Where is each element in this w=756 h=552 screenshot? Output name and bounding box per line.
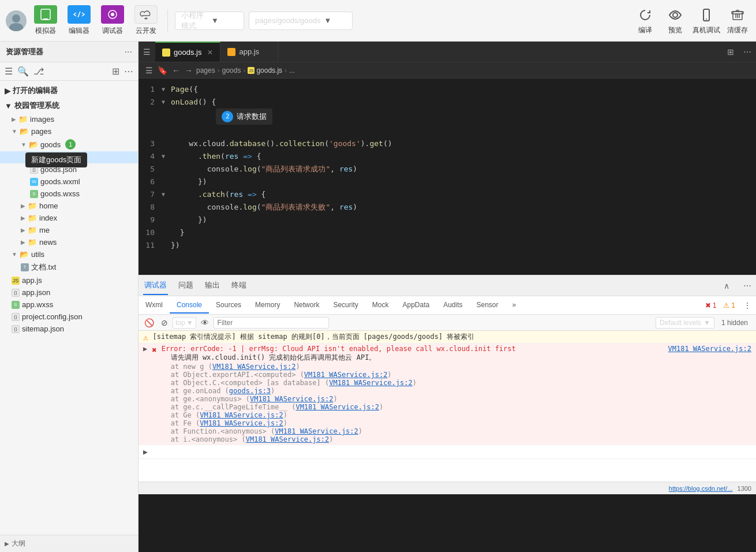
subtab-console[interactable]: Console (170, 297, 209, 314)
cloud-btn[interactable]: 云开发 (132, 5, 160, 36)
project-section[interactable]: ▼ 校园管理系统 (0, 98, 138, 113)
stack-1-link[interactable]: VM181 WAService.js:2 (212, 363, 296, 371)
avatar (6, 10, 27, 31)
sidebar-item-doc-txt[interactable]: T 文档.txt (0, 260, 138, 274)
goods-tooltip: 新建goods页面 (25, 152, 87, 167)
subtab-sources[interactable]: Sources (209, 297, 248, 314)
devtools-tab-issues[interactable]: 问题 (177, 277, 194, 295)
goods-wxml-icon: W (30, 178, 38, 186)
breadcrumb-ellipsis: ... (289, 66, 295, 74)
stack-4-link[interactable]: goods.js:3 (229, 387, 271, 395)
open-editors-arrow: ▶ (5, 87, 10, 95)
menu-icon[interactable]: ☰ (5, 66, 13, 77)
tab-goods-js-close[interactable]: ✕ (207, 49, 213, 57)
preview-btn[interactable]: 预览 (663, 6, 688, 35)
stack-7-link[interactable]: VM181 WAService.js:2 (200, 411, 283, 419)
doc-txt-icon: T (21, 263, 29, 271)
clear-cache-btn[interactable]: 清缓存 (725, 6, 750, 35)
simulator-label: 模拟器 (35, 26, 56, 36)
warn-line-icon: ⚠ (143, 333, 148, 342)
sidebar-item-goods[interactable]: ▼ 📂 goods 1 (0, 137, 138, 151)
devtools-content[interactable]: ⚠ [sitemap 索引情况提示] 根据 sitemap 的规则[0]，当前页… (139, 331, 756, 482)
path-selector[interactable]: pages/goods/goods ▼ (249, 12, 353, 30)
breadcrumb-menu-icon[interactable]: ☰ (144, 66, 154, 75)
split-icon[interactable]: ⊞ (112, 66, 119, 77)
sidebar-item-project-config[interactable]: {} project.config.json (0, 311, 138, 323)
stack-5-link[interactable]: VM181 WAService.js:2 (250, 395, 334, 403)
stack-9-link[interactable]: VM181 WAService.js:2 (275, 427, 358, 435)
open-editors-section[interactable]: ▶ 打开的编辑器 (0, 83, 138, 98)
subtab-wxml[interactable]: Wxml (139, 297, 170, 314)
sidebar-item-me[interactable]: ▶ 📁 me (0, 224, 138, 236)
preview-label: 预览 (668, 25, 682, 35)
stack-8-link[interactable]: VM181 WAService.js:2 (200, 419, 283, 427)
sidebar-item-app-wxss[interactable]: S app.wxss (0, 299, 138, 311)
console-pause-icon[interactable]: ⊘ (159, 318, 170, 327)
simulator-btn[interactable]: 模拟器 (31, 5, 60, 36)
breadcrumb-forward-icon[interactable]: → (184, 66, 194, 75)
error-sub-text: 请先调用 wx.cloud.init() 完成初始化后再调用其他云 API。 (162, 353, 664, 363)
devtools-tab-debugger[interactable]: 调试器 (143, 277, 168, 295)
breadcrumb-sep-3: › (285, 66, 287, 74)
tab-menu-icon[interactable]: ☰ (139, 47, 155, 57)
console-filter-input[interactable] (214, 317, 329, 329)
subtab-network[interactable]: Network (287, 297, 326, 314)
sidebar-item-sitemap[interactable]: {} sitemap.json (0, 323, 138, 335)
subtab-security[interactable]: Security (326, 297, 365, 314)
sidebar-item-goods-wxml[interactable]: W goods.wxml (0, 176, 138, 188)
subtab-appdata[interactable]: AppData (395, 297, 436, 314)
stack-10-link[interactable]: VM181 WAService.js:2 (246, 435, 330, 443)
debugger-btn[interactable]: 调试器 (98, 5, 127, 36)
sidebar-item-pages[interactable]: ▼ 📂 pages (0, 125, 138, 137)
stack-6-link[interactable]: VM181 WAService.js:2 (295, 403, 379, 411)
error-source[interactable]: VM181 WAService.js:2 (668, 345, 752, 353)
breadcrumb-bookmark-icon[interactable]: 🔖 (156, 66, 169, 75)
warn-icon: ⚠ (723, 301, 729, 309)
sidebar-item-home[interactable]: ▶ 📁 home (0, 200, 138, 212)
expand-icon[interactable]: ⋯ (124, 66, 133, 77)
subtab-mock[interactable]: Mock (365, 297, 396, 314)
sidebar-item-app-json[interactable]: {} app.json (0, 286, 138, 299)
compile-btn[interactable]: 编译 (633, 6, 658, 35)
tab-app-js[interactable]: app.js (220, 42, 278, 62)
editor-btn[interactable]: 编辑器 (65, 5, 93, 36)
sidebar-item-news[interactable]: ▶ 📁 news (0, 236, 138, 248)
tab-goods-js[interactable]: goods.js ✕ (155, 42, 220, 62)
branch-icon[interactable]: ⎇ (33, 66, 44, 77)
context-selector[interactable]: top ▼ (173, 317, 196, 329)
doc-txt-name: 文档.txt (31, 262, 56, 273)
sidebar-item-images[interactable]: ▶ 📁 images (0, 113, 138, 125)
devtools-tab-terminal[interactable]: 终端 (230, 277, 248, 295)
breadcrumb-back-icon[interactable]: ← (171, 66, 181, 75)
error-expand-arrow[interactable]: ▶ (143, 345, 147, 353)
devtools-more-icon[interactable]: ⋯ (743, 281, 751, 290)
subtab-more[interactable]: » (506, 297, 523, 314)
code-editor[interactable]: 1 ▼ Page({ 2 ▼ onLoad() { 2 请求数据 3 (139, 79, 756, 275)
tab-overflow-icon[interactable]: ⋯ (739, 47, 756, 57)
sidebar-item-index[interactable]: ▶ 📁 index (0, 212, 138, 224)
devtools-settings-icon[interactable]: ⋮ (739, 301, 756, 310)
sidebar-item-goods-wxss[interactable]: S goods.wxss (0, 188, 138, 200)
devtools-subtabs: Wxml Console Sources Memory Network Secu… (139, 296, 756, 315)
console-eye-icon[interactable]: 👁 (199, 318, 211, 327)
mode-selector[interactable]: 小程序模式 ▼ (175, 12, 244, 30)
svg-rect-4 (43, 18, 48, 20)
sidebar-item-app-js[interactable]: JS app.js (0, 274, 138, 286)
sidebar-header: 资源管理器 ··· (0, 42, 138, 62)
real-device-btn[interactable]: 真机调试 (693, 6, 720, 35)
stack-2-link[interactable]: VM181 WAService.js:2 (304, 371, 388, 379)
subtab-memory[interactable]: Memory (248, 297, 287, 314)
split-editor-icon[interactable]: ⊞ (723, 47, 739, 57)
search-icon[interactable]: 🔍 (17, 66, 29, 77)
sidebar-more-icon[interactable]: ··· (125, 47, 132, 57)
devtools-tab-output[interactable]: 输出 (204, 277, 221, 295)
default-levels-selector[interactable]: Default levels ▼ (656, 317, 714, 329)
subtab-audits[interactable]: Audits (436, 297, 469, 314)
context-dropdown-icon: ▼ (186, 319, 193, 327)
sidebar-item-utils[interactable]: ▼ 📂 utils (0, 248, 138, 260)
prompt-arrow[interactable]: ▶ (143, 447, 148, 456)
console-clear-icon[interactable]: 🚫 (142, 318, 156, 327)
stack-3-link[interactable]: VM181 WAService.js:2 (329, 379, 413, 387)
devtools-collapse-icon[interactable]: ∧ (724, 281, 729, 290)
subtab-sensor[interactable]: Sensor (470, 297, 506, 314)
